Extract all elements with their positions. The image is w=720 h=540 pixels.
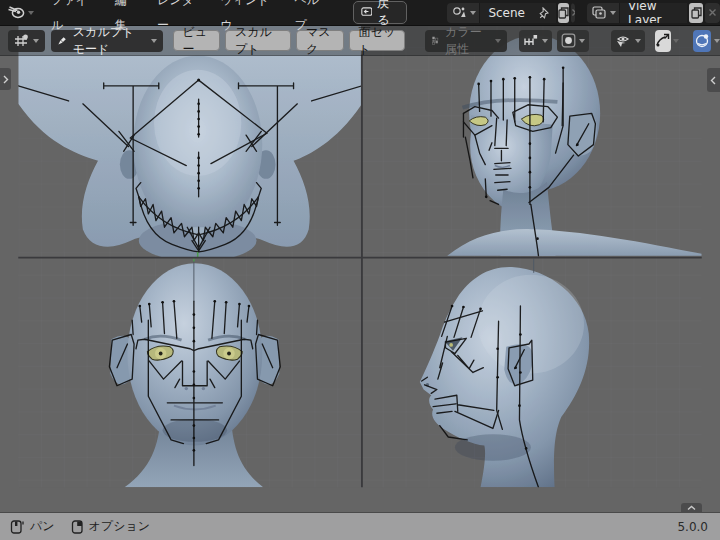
color-attribute-chevron: [495, 39, 501, 43]
scene-selector[interactable]: [447, 3, 480, 23]
chevron-up-icon: [687, 505, 696, 511]
scene-pin-button[interactable]: [533, 3, 556, 23]
view-layer-name: View Layer: [628, 3, 679, 23]
chevron-right-icon: [2, 75, 9, 84]
view-layer-dropdown-chevron: [610, 11, 616, 15]
falloff-chevron: [579, 39, 585, 43]
topbar: ファイル 編集 レンダー ウィンドウ ヘルプ 戻る Scene: [0, 0, 720, 26]
snap-chevron: [542, 39, 548, 43]
view-layer-remove-button[interactable]: [705, 3, 720, 23]
view-layer-selector[interactable]: [587, 3, 620, 23]
options-label: オプション: [89, 518, 150, 535]
layers-icon: [592, 6, 607, 19]
gizmo-toggle[interactable]: [655, 30, 671, 52]
gizmo-icon: [655, 33, 670, 48]
x-icon: [708, 8, 717, 17]
shading-chevron[interactable]: [714, 39, 720, 43]
back-button-label: 戻る: [377, 0, 397, 29]
version-label: 5.0.0: [677, 520, 708, 534]
3d-viewport[interactable]: [0, 26, 720, 512]
view-layer-new-button[interactable]: [689, 3, 704, 23]
blender-logo-icon[interactable]: [8, 6, 34, 19]
statusbar-pan-hint: パン: [10, 518, 55, 535]
visibility-chevron: [635, 39, 641, 43]
menu-face-sets[interactable]: 面セット: [349, 30, 406, 51]
menu-window[interactable]: ウィンドウ: [209, 0, 283, 38]
menu-file[interactable]: ファイル: [40, 0, 104, 38]
menu-edit[interactable]: 編集: [104, 0, 146, 38]
scene-icon: [452, 6, 467, 19]
falloff-dropdown[interactable]: [557, 30, 589, 52]
vertex-color-icon: [431, 34, 440, 47]
copy-page-icon: [558, 7, 569, 19]
scene-dropdown-chevron: [470, 11, 476, 15]
menu-help[interactable]: ヘルプ: [283, 0, 336, 38]
mode-chevron: [151, 39, 157, 43]
x-icon: [571, 8, 575, 17]
pan-label: パン: [30, 518, 55, 535]
scene-name: Scene: [488, 6, 525, 20]
gizmo-chevron[interactable]: [673, 39, 679, 43]
toolbar-expand-tab[interactable]: [0, 68, 11, 90]
scene-new-button[interactable]: [558, 3, 569, 23]
snap-increment-icon: [523, 34, 539, 48]
view-layer-name-field[interactable]: View Layer: [620, 3, 687, 23]
scene-name-field[interactable]: Scene: [480, 3, 533, 23]
status-bar: パン オプション 5.0.0: [0, 512, 720, 540]
chevron-left-icon: [710, 76, 717, 85]
blender-window: { "topbar": { "menus": ["ファイル", "編集", "レ…: [0, 0, 720, 540]
back-button[interactable]: 戻る: [353, 1, 408, 24]
menu-render[interactable]: レンダー: [146, 0, 209, 38]
statusbar-options-hint: オプション: [71, 518, 150, 535]
sidebar-expand-tab[interactable]: [707, 68, 720, 92]
color-attribute-label: カラー属性: [445, 24, 486, 58]
falloff-circle-icon: [561, 33, 576, 48]
scene-unlink-button[interactable]: [571, 3, 575, 23]
shading-mode-button[interactable]: [693, 30, 711, 52]
color-attribute-dropdown[interactable]: カラー属性: [425, 30, 506, 52]
object-visibility-dropdown[interactable]: [611, 30, 645, 52]
blender-logo-glyph: [8, 6, 25, 19]
asset-shelf-expand-tab[interactable]: [681, 503, 702, 512]
monitor-back-arrow-icon: [361, 6, 373, 18]
mouse-right-icon: [71, 519, 85, 535]
copy-page-icon: [691, 7, 702, 19]
snap-dropdown[interactable]: [519, 30, 552, 52]
object-visibility-icon: [615, 34, 632, 48]
scene-datablock: Scene: [447, 3, 575, 23]
mouse-middle-drag-icon: [10, 519, 26, 535]
pin-icon: [539, 7, 550, 19]
logo-dropdown-chevron: [28, 11, 34, 15]
viewport-shading-solid-icon: [695, 33, 710, 48]
quad-view-canvas[interactable]: [0, 26, 720, 512]
view-layer-datablock: View Layer: [587, 3, 720, 23]
editor-type-chevron: [33, 39, 39, 43]
3d-viewport-editor-icon: [14, 34, 30, 48]
